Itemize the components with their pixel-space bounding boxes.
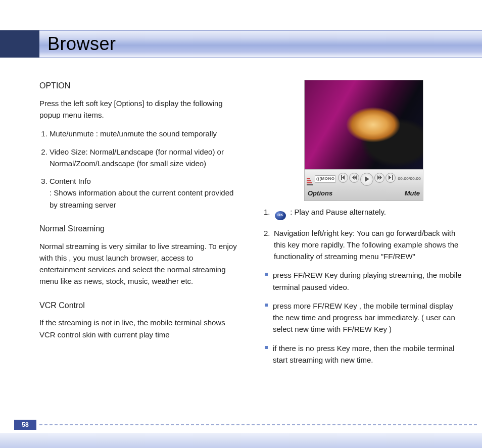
- player-screenshot: (((MONO 00:00/00:00 Options Mute: [304, 80, 423, 201]
- option-item-3-title: Content Info: [50, 177, 91, 185]
- header-band: Browser: [0, 30, 482, 58]
- right-numbered-list: 1. OK : Play and Pause alternately. 2. N…: [264, 206, 464, 262]
- right-item-2: 2. Navigation left/right key: You can go…: [264, 227, 464, 263]
- ff-icon: [374, 173, 384, 183]
- option-intro: Press the left soft key [Options] to dis…: [39, 97, 239, 121]
- player-controls-bar: (((MONO 00:00/00:00: [305, 169, 423, 188]
- option-item-3-desc: : Shows information about the current co…: [50, 187, 239, 211]
- right-bullet-2: press more FF/REW Key , the mobile termi…: [264, 300, 464, 335]
- softkey-right: Mute: [405, 188, 420, 198]
- right-column: (((MONO 00:00/00:00 Options Mute 1. OK :…: [264, 80, 464, 408]
- header-gradient: Browser: [39, 30, 482, 58]
- vcr-control-heading: VCR Control: [39, 300, 239, 312]
- right-bullet-3: if there is no press Key more, then the …: [264, 342, 464, 366]
- softkey-row: Options Mute: [305, 188, 423, 201]
- mono-indicator: (((MONO: [315, 175, 336, 182]
- page-title: Browser: [39, 33, 116, 55]
- player-photo: [305, 80, 423, 169]
- footer-gradient: [0, 433, 482, 448]
- time-counter: 00:00/00:00: [398, 176, 421, 182]
- softkey-left: Options: [308, 188, 332, 198]
- normal-streaming-heading: Normal Streaming: [39, 223, 239, 235]
- ok-key-icon: OK: [275, 211, 286, 220]
- option-item-2: Video Size: Normal/Landscape (for normal…: [50, 146, 239, 170]
- right-bullet-list: press FF/REW Key during playing streamin…: [264, 269, 464, 366]
- option-item-3: Content Info : Shows information about t…: [50, 175, 239, 211]
- vcr-control-text: If the streaming is not in live, the mob…: [39, 317, 239, 340]
- play-icon: [360, 173, 373, 186]
- option-list: Mute/unmute : mute/unmute the sound temp…: [39, 128, 239, 211]
- volume-icon: [307, 173, 313, 185]
- page-number: 58: [14, 420, 36, 430]
- footer-dash-line: [39, 424, 477, 425]
- left-column: OPTION Press the left soft key [Options]…: [39, 80, 239, 408]
- footer: 58: [0, 420, 482, 433]
- num-2: 2.: [264, 227, 270, 239]
- right-item-2-text: Navigation left/right key: You can go fo…: [274, 229, 458, 261]
- transport-controls: [338, 173, 396, 186]
- content-area: OPTION Press the left soft key [Options]…: [39, 80, 464, 408]
- next-icon: [385, 173, 396, 183]
- num-1: 1.: [264, 206, 270, 218]
- right-bullet-1: press FF/REW Key during playing streamin…: [264, 269, 464, 293]
- option-heading: OPTION: [39, 80, 239, 92]
- option-item-1: Mute/unmute : mute/unmute the sound temp…: [50, 128, 239, 139]
- prev-icon: [338, 173, 348, 183]
- normal-streaming-text: Normal streaming is very similar to live…: [39, 240, 239, 287]
- right-item-1: 1. OK : Play and Pause alternately.: [264, 206, 464, 220]
- right-item-1-text: : Play and Pause alternately.: [288, 208, 386, 216]
- rew-icon: [349, 173, 359, 183]
- header-accent: [0, 30, 39, 58]
